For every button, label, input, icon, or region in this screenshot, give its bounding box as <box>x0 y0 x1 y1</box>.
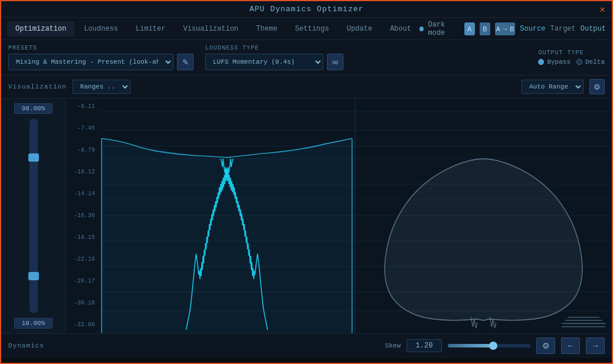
skew-value: 1.20 <box>407 339 442 352</box>
dynamics-label: Dynamics <box>8 342 55 349</box>
loudness-link-button[interactable]: ∞ <box>327 54 343 70</box>
y-label-8: -26.17 <box>70 278 95 284</box>
y-label-6: -18.15 <box>70 234 95 241</box>
delta-label: Delta <box>585 58 605 65</box>
y-label-9: -30.18 <box>70 300 95 306</box>
controls-row: Presets Mixing & Mastering - Present (lo… <box>1 40 612 76</box>
ab-button-a[interactable]: A <box>464 22 475 35</box>
skew-slider-fill <box>448 344 493 347</box>
skew-label: Skew <box>385 342 401 349</box>
top-percent-label: 98.00% <box>14 103 53 114</box>
nav-right: Dark mode A B A → B Source Target Output <box>419 21 606 37</box>
dynamics-next-button[interactable]: → <box>586 337 605 354</box>
skew-slider-handle[interactable] <box>489 342 497 350</box>
visualization-label: Visualization <box>8 83 67 90</box>
dynamics-bar: Dynamics Skew 1.20 ⚙ ← → <box>1 333 612 358</box>
tab-limiter[interactable]: Limiter <box>127 21 173 37</box>
output-type-label: Output type <box>538 50 605 56</box>
visualization-area: 98.00% 10.00% -6.11 -7.45 -8.79 -10.12 -… <box>1 99 612 333</box>
y-label-1: -7.45 <box>70 125 95 132</box>
dynamics-settings-button[interactable]: ⚙ <box>536 337 555 354</box>
viz-controls: Visualization Ranges .. Auto Range ⚙ <box>1 76 612 99</box>
preset-edit-button[interactable]: ✎ <box>177 54 194 70</box>
tab-theme[interactable]: Theme <box>248 21 286 37</box>
tab-loudness[interactable]: Loudness <box>76 21 126 37</box>
slider-column: 98.00% 10.00% <box>1 99 66 333</box>
y-label-0: -6.11 <box>70 103 95 110</box>
slider-thumb-top[interactable] <box>28 153 39 162</box>
tab-about[interactable]: About <box>382 21 419 37</box>
preset-select[interactable]: Mixing & Mastering - Present (look-ahead… <box>8 54 173 70</box>
tab-optimization[interactable]: Optimization <box>7 21 74 37</box>
y-label-2: -8.79 <box>70 147 95 153</box>
tab-update[interactable]: Update <box>339 21 381 37</box>
tab-settings[interactable]: Settings <box>287 21 337 37</box>
presets-group: Presets Mixing & Mastering - Present (lo… <box>8 45 194 70</box>
presets-label: Presets <box>8 45 194 51</box>
y-label-4: -14.14 <box>70 191 95 197</box>
app-title: APU Dynamics Optimizer <box>250 5 364 14</box>
y-label-10: -32.86 <box>70 322 95 328</box>
presets-row: Mixing & Mastering - Present (look-ahead… <box>8 54 194 70</box>
y-label-7: -22.16 <box>70 256 95 263</box>
auto-range-select[interactable]: Auto Range <box>522 80 584 94</box>
bypass-dot <box>538 59 544 65</box>
output-type-options: Bypass Delta <box>538 58 605 65</box>
dynamics-prev-button[interactable]: ← <box>561 337 580 354</box>
delta-dot <box>576 59 582 65</box>
slider-thumb-bottom[interactable] <box>28 272 39 280</box>
source-label: Source <box>520 25 545 33</box>
title-bar: APU Dynamics Optimizer ✕ <box>1 1 612 18</box>
visualization-settings-button[interactable]: ⚙ <box>589 79 605 94</box>
output-type-group: Output type Bypass Delta <box>538 50 605 65</box>
tab-visualization[interactable]: Visualization <box>175 21 247 37</box>
y-label-5: -16.36 <box>70 212 95 219</box>
delta-option[interactable]: Delta <box>576 58 605 65</box>
y-label-3: -10.12 <box>70 169 95 175</box>
bypass-option[interactable]: Bypass <box>538 58 571 65</box>
loudness-group: Loudness type LUFS Momentary (0.4s) ∞ <box>205 45 343 70</box>
skew-slider[interactable] <box>448 344 530 347</box>
loudness-select[interactable]: LUFS Momentary (0.4s) <box>205 54 323 70</box>
chart-area: -6.11 -7.45 -8.79 -10.12 -14.14 -16.36 -… <box>66 99 612 333</box>
loudness-row: LUFS Momentary (0.4s) ∞ <box>205 54 343 70</box>
nav-bar: Optimization Loudness Limiter Visualizat… <box>1 18 612 40</box>
range-select[interactable]: Ranges .. <box>73 80 130 94</box>
chart-canvas <box>99 99 612 333</box>
ab-button-b[interactable]: B <box>480 22 490 35</box>
ab-button-ab[interactable]: A → B <box>495 22 515 35</box>
nav-tabs: Optimization Loudness Limiter Visualizat… <box>7 21 419 37</box>
dark-mode-dot <box>419 27 424 31</box>
y-axis: -6.11 -7.45 -8.79 -10.12 -14.14 -16.36 -… <box>66 99 99 333</box>
target-label: Target <box>550 25 576 33</box>
close-button[interactable]: ✕ <box>599 4 606 15</box>
range-slider[interactable] <box>29 119 38 313</box>
loudness-label: Loudness type <box>205 45 343 51</box>
output-label: Output <box>581 25 606 33</box>
dark-mode-label: Dark mode <box>428 21 460 37</box>
bypass-label: Bypass <box>547 58 571 65</box>
bottom-percent-label: 10.00% <box>14 318 53 329</box>
